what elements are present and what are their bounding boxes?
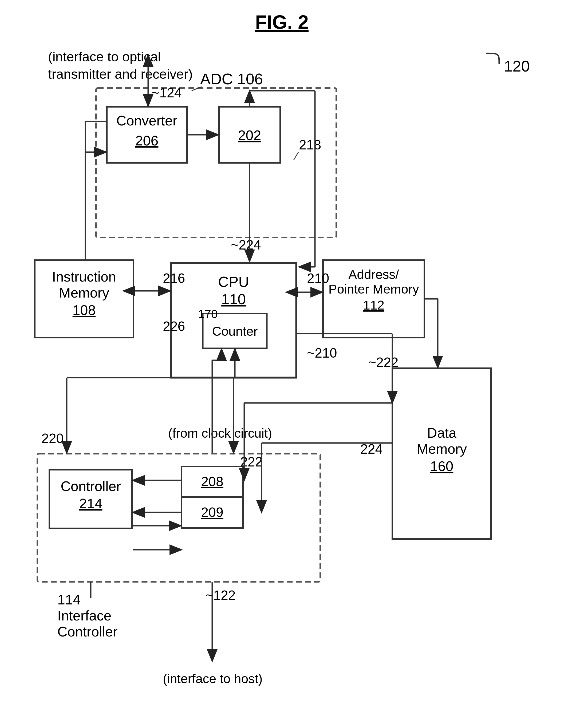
optical-interface-text-2: transmitter and receiver) [48,67,193,82]
title: FIG. 2 [255,11,309,33]
from-clock-text: (from clock circuit) [168,426,272,440]
optical-interface-text-1: (interface to optical [48,49,161,64]
label-170: 170 [198,307,218,321]
ic-label-2: Controller [57,624,117,639]
dm-num: 160 [430,458,453,474]
label-222-upper: ~222 [368,355,399,370]
main-diagram: FIG. 2 120 (interface to optical transmi… [0,0,564,728]
dm-text-2: Memory [417,441,467,457]
ref-120-label: 120 [504,57,530,75]
box-209-text: 209 [201,505,223,520]
dm-text-1: Data [427,425,456,441]
box-208-text: 208 [201,474,223,489]
label-124: ~124 [152,85,182,100]
label-226: 226 [163,319,185,334]
cpu-110-num: 110 [221,291,246,307]
label-210-lower: ~210 [307,346,337,361]
apm-text-1: Address/ [348,267,399,282]
cpu-text: CPU [218,274,249,290]
counter-text: Counter [212,324,258,338]
controller-text: Controller [61,478,121,494]
label-216: 216 [163,271,185,286]
apm-text-2: Pointer Memory [329,282,419,296]
im-text-2: Memory [59,285,109,300]
interface-host-text: (interface to host) [163,672,263,686]
adc-106-text: ADC 106 [200,70,263,88]
label-210-upper: 210 [307,271,329,286]
ic-label-1: Interface [57,608,111,623]
box-202-text: 202 [238,128,261,143]
ic-num: 114 [57,592,81,607]
im-num: 108 [73,302,96,318]
apm-num: 112 [363,298,384,312]
controller-num: 214 [79,496,102,511]
label-218: 218 [299,137,321,152]
label-220: 220 [41,431,64,446]
label-224-lower: 224 [360,442,382,457]
im-text-1: Instruction [52,269,116,284]
converter-206-num: 206 [135,133,159,148]
label-224-upper: ~224 [231,238,261,252]
label-122: ~122 [206,588,236,603]
converter-text: Converter [116,113,177,128]
